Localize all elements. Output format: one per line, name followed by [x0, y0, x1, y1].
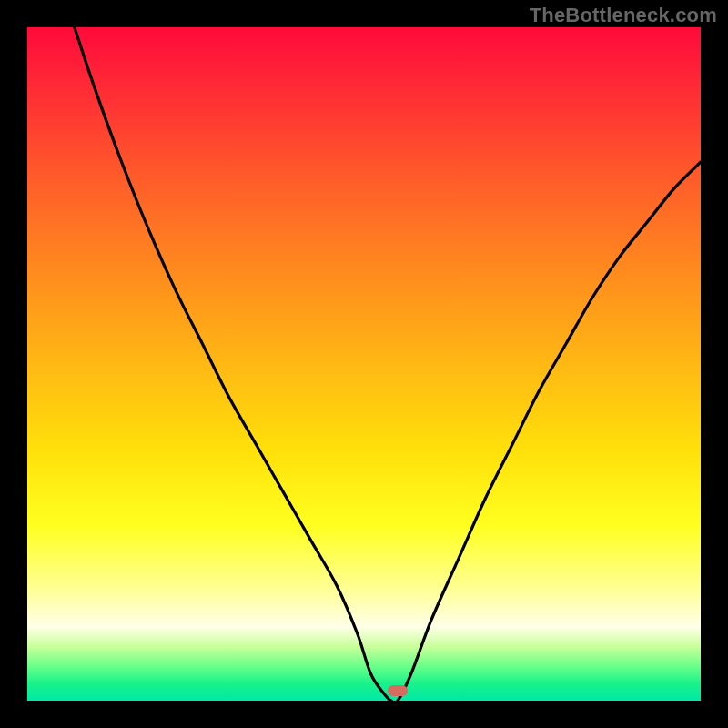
curve-path: [75, 27, 701, 701]
chart-frame: TheBottleneck.com: [0, 0, 728, 728]
plot-area: [27, 27, 701, 701]
minimum-marker: [388, 685, 408, 696]
watermark-text: TheBottleneck.com: [530, 4, 717, 27]
bottleneck-curve: [27, 27, 701, 701]
